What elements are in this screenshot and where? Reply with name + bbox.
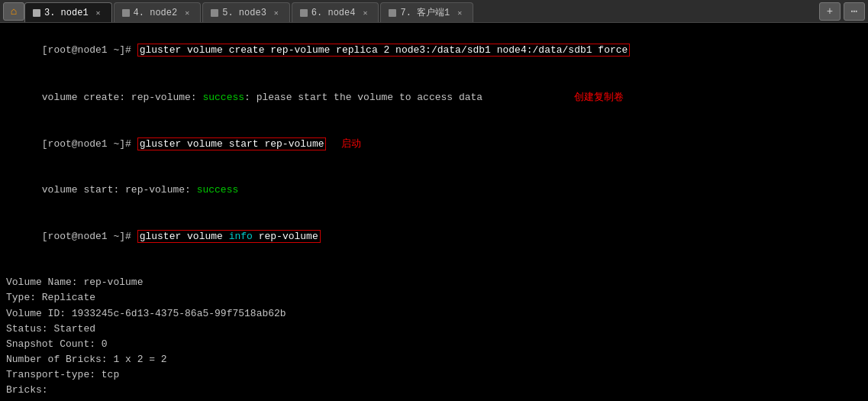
output-text: Transport-type: tcp — [6, 369, 119, 380]
tab-label: 5. node3 — [222, 8, 266, 18]
tab-node4[interactable]: 6. node4 ✕ — [292, 2, 379, 22]
tab-bar: 3. node1 ✕ 4. node2 ✕ 5. node3 ✕ 6. node… — [24, 0, 816, 22]
tab-close-button[interactable]: ✕ — [93, 8, 104, 18]
tab-close-button[interactable]: ✕ — [271, 8, 282, 18]
output-text: Volume Name: rep-volume — [6, 276, 143, 288]
tab-node1[interactable]: 3. node1 ✕ — [24, 2, 112, 22]
terminal-line-brickcount: Number of Bricks: 1 x 2 = 2 — [6, 352, 862, 367]
prompt: [root@node1 ~]# — [42, 138, 137, 150]
terminal-line-status: Status: Started — [6, 322, 862, 337]
tab-icon — [389, 9, 396, 17]
tab-close-button[interactable]: ✕ — [360, 8, 370, 18]
output-text: Bricks: — [6, 384, 48, 396]
add-tab-button[interactable]: + — [819, 2, 841, 21]
terminal-line-blank — [6, 260, 862, 275]
terminal-area[interactable]: [root@node1 ~]# gluster volume create re… — [0, 23, 868, 401]
output-text: Volume ID: 1933245c-6d13-4375-86a5-99f75… — [6, 308, 286, 319]
terminal-line-3: [root@node1 ~]# gluster volume start rep… — [6, 121, 862, 167]
tab-node2[interactable]: 4. node2 ✕ — [114, 2, 202, 22]
titlebar: ⌂ 3. node1 ✕ 4. node2 ✕ 5. node3 ✕ 6. no… — [0, 0, 868, 23]
titlebar-right: + ⋯ — [819, 2, 865, 21]
command-highlight: gluster volume info rep-volume — [137, 230, 321, 243]
home-button[interactable]: ⌂ — [3, 2, 24, 21]
tab-close-button[interactable]: ✕ — [182, 8, 192, 18]
annotation-create: 创建复制卷 — [574, 91, 624, 102]
tab-icon — [300, 9, 308, 17]
prompt: [root@node1 ~]# — [42, 231, 137, 242]
tab-label: 3. node1 — [44, 8, 89, 18]
output-text: Number of Bricks: 1 x 2 = 2 — [6, 354, 167, 365]
tab-close-button[interactable]: ✕ — [454, 8, 465, 18]
success-text: success — [202, 92, 244, 103]
terminal-line-transport: Transport-type: tcp — [6, 367, 862, 383]
output-text: volume create: rep-volume: — [42, 92, 203, 103]
titlebar-left: ⌂ — [3, 2, 24, 21]
tab-node3[interactable]: 5. node3 ✕ — [202, 2, 290, 22]
command-highlight: gluster volume start rep-volume — [137, 137, 327, 150]
tab-label: 7. 客户端1 — [400, 6, 450, 19]
window: ⌂ 3. node1 ✕ 4. node2 ✕ 5. node3 ✕ 6. no… — [0, 0, 868, 401]
output-text2: : please start the volume to access data — [244, 92, 482, 103]
tab-label: 4. node2 — [134, 8, 178, 18]
tab-icon — [211, 9, 218, 17]
command-highlight: gluster volume create rep-volume replica… — [137, 44, 631, 57]
output-text: Status: Started — [6, 323, 95, 335]
tab-icon — [33, 9, 40, 17]
success-text: success — [197, 184, 239, 196]
tab-client1[interactable]: 7. 客户端1 ✕ — [380, 2, 473, 22]
tab-icon — [122, 9, 130, 17]
output-text: Snapshot Count: 0 — [6, 338, 108, 350]
more-button[interactable]: ⋯ — [844, 2, 865, 21]
tab-label: 6. node4 — [311, 8, 356, 18]
terminal-line-2: volume create: rep-volume: success: plea… — [6, 73, 862, 120]
terminal-line-5: [root@node1 ~]# gluster volume info rep-… — [6, 214, 862, 260]
terminal-line-snapcount: Snapshot Count: 0 — [6, 337, 862, 352]
info-keyword: info — [229, 231, 253, 242]
terminal-line-4: volume start: rep-volume: success — [6, 167, 862, 213]
terminal-line-type: Type: Replicate — [6, 290, 862, 306]
terminal-line-1: [root@node1 ~]# gluster volume create re… — [6, 27, 862, 73]
output-text: Type: Replicate — [6, 292, 95, 303]
output-text: volume start: rep-volume: — [42, 184, 197, 196]
terminal-line-brick1: Brick1: node3:/data/sdb1 — [6, 398, 862, 401]
terminal-line-volname: Volume Name: rep-volume — [6, 275, 862, 290]
terminal-line-bricks-header: Bricks: — [6, 383, 862, 398]
terminal-line-volid: Volume ID: 1933245c-6d13-4375-86a5-99f75… — [6, 306, 862, 322]
prompt: [root@node1 ~]# — [42, 44, 137, 56]
annotation-start: 启动 — [341, 137, 361, 149]
